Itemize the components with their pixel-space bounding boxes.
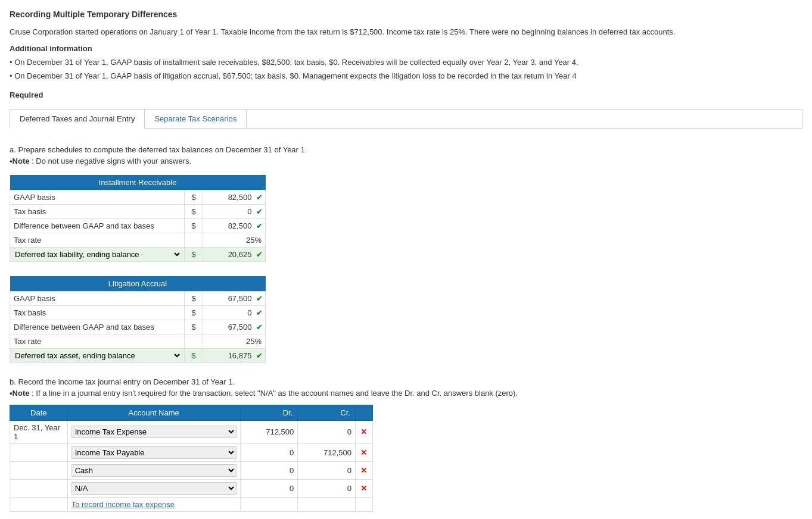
bullet-items: • On December 31 of Year 1, GAAP basis o… (10, 57, 802, 82)
remove-row-1-icon[interactable]: ✕ (360, 427, 367, 436)
tab-separate-tax[interactable]: Separate Tax Scenarios (145, 110, 247, 128)
row-value: 67,500 ✔ (203, 320, 266, 334)
row-label: Tax basis (10, 305, 185, 320)
tabs-container: Deferred Taxes and Journal Entry Separat… (10, 109, 802, 128)
cr-cell-2: 712,500 (298, 443, 356, 461)
dollar-sign-green: $ (184, 247, 203, 261)
journal-row-2: Income Tax Payable Income Tax Expense Ca… (10, 443, 373, 461)
row-label: Tax rate (10, 334, 185, 348)
account-cell-2[interactable]: Income Tax Payable Income Tax Expense Ca… (67, 443, 240, 461)
dollar-sign-green: $ (184, 348, 203, 362)
action-cell-2[interactable]: ✕ (355, 443, 372, 461)
row-value: 82,500 ✔ (203, 218, 266, 233)
table-row: GAAP basis $ 82,500 ✔ (10, 190, 266, 204)
dollar-sign: $ (184, 291, 203, 305)
litigation-header: Litigation Accrual (10, 276, 266, 292)
dollar-sign: $ (184, 204, 203, 218)
date-cell-1: Dec. 31, Year 1 (10, 420, 68, 443)
journal-table: Date Account Name Dr. Cr. Dec. 31, Year … (10, 405, 373, 512)
note-b-text: : If a line in a journal entry isn't req… (32, 389, 518, 398)
account-cell-3[interactable]: Cash Income Tax Expense Income Tax Payab… (67, 461, 240, 479)
description-date-cell (10, 497, 68, 511)
dollar-sign: $ (184, 320, 203, 334)
table-row: Tax rate 25% (10, 233, 266, 247)
deferred-asset-select[interactable]: Deferred tax asset, ending balance Defer… (13, 351, 182, 361)
action-header (355, 405, 372, 420)
table-row: Tax basis $ 0 ✔ (10, 204, 266, 218)
date-cell-2 (10, 443, 68, 461)
note-a: •Note : Do not use negative signs with y… (10, 157, 802, 165)
intro-text: Cruse Corporation started operations on … (10, 26, 802, 38)
row-value: 0 ✔ (203, 305, 266, 320)
remove-row-2-icon[interactable]: ✕ (360, 448, 367, 457)
check-icon: ✔ (256, 308, 263, 317)
journal-row-4: N/A Income Tax Expense Income Tax Payabl… (10, 479, 373, 497)
check-icon: ✔ (256, 221, 263, 230)
journal-row-3: Cash Income Tax Expense Income Tax Payab… (10, 461, 373, 479)
description-link[interactable]: To record income tax expense (71, 500, 175, 509)
check-icon: ✔ (256, 351, 263, 360)
row-label: Tax rate (10, 233, 185, 247)
instruction-a: a. Prepare schedules to compute the defe… (10, 145, 802, 154)
cr-cell-3: 0 (298, 461, 356, 479)
account-select-4[interactable]: N/A Income Tax Expense Income Tax Payabl… (71, 482, 237, 495)
bullet-item-1: • On December 31 of Year 1, GAAP basis o… (10, 57, 802, 68)
additional-info-title: Additional information (10, 44, 802, 53)
note-a-text: : Do not use negative signs with your an… (32, 157, 191, 165)
dropdown-label-cell[interactable]: Deferred tax liability, ending balance D… (10, 247, 185, 261)
note-bullet: •Note (10, 157, 29, 165)
table-row: GAAP basis $ 67,500 ✔ (10, 291, 266, 305)
account-cell-1[interactable]: Income Tax Expense Income Tax Payable Ca… (67, 420, 240, 443)
installment-table: Installment Receivable GAAP basis $ 82,5… (10, 175, 266, 262)
account-header: Account Name (67, 405, 240, 420)
description-text-cell[interactable]: To record income tax expense (67, 497, 240, 511)
tab-content: a. Prepare schedules to compute the defe… (10, 138, 802, 519)
date-cell-3 (10, 461, 68, 479)
description-action-cell (355, 497, 372, 511)
row-value: 67,500 ✔ (203, 291, 266, 305)
dollar-sign (184, 233, 203, 247)
row-label: Tax basis (10, 204, 185, 218)
check-icon: ✔ (256, 323, 263, 332)
remove-row-3-icon[interactable]: ✕ (360, 466, 367, 475)
dropdown-label-cell[interactable]: Deferred tax asset, ending balance Defer… (10, 348, 185, 362)
dollar-sign: $ (184, 305, 203, 320)
table-row: Difference between GAAP and tax bases $ … (10, 218, 266, 233)
action-cell-3[interactable]: ✕ (355, 461, 372, 479)
description-dr-cell (240, 497, 298, 511)
check-icon: ✔ (256, 193, 263, 202)
remove-row-4-icon[interactable]: ✕ (360, 484, 367, 493)
row-value: 16,875 ✔ (203, 348, 266, 362)
account-select-1[interactable]: Income Tax Expense Income Tax Payable Ca… (71, 426, 237, 438)
action-cell-4[interactable]: ✕ (355, 479, 372, 497)
account-cell-4[interactable]: N/A Income Tax Expense Income Tax Payabl… (67, 479, 240, 497)
tab-deferred-taxes[interactable]: Deferred Taxes and Journal Entry (10, 110, 145, 129)
row-value: 25% (203, 233, 266, 247)
cr-cell-4: 0 (298, 479, 356, 497)
note-b-bold: •Note (10, 389, 29, 398)
action-cell-1[interactable]: ✕ (355, 420, 372, 443)
row-label: Difference between GAAP and tax bases (10, 218, 185, 233)
dollar-sign: $ (184, 190, 203, 204)
date-cell-4 (10, 479, 68, 497)
check-icon: ✔ (256, 294, 263, 303)
dollar-sign: $ (184, 218, 203, 233)
row-label: GAAP basis (10, 190, 185, 204)
deferred-liability-row[interactable]: Deferred tax liability, ending balance D… (10, 247, 266, 261)
table-row: Difference between GAAP and tax bases $ … (10, 320, 266, 334)
dr-cell-3: 0 (240, 461, 298, 479)
row-label: Difference between GAAP and tax bases (10, 320, 185, 334)
row-label: GAAP basis (10, 291, 185, 305)
table-row: Tax rate 25% (10, 334, 266, 348)
dr-cell-4: 0 (240, 479, 298, 497)
dr-header: Dr. (240, 405, 298, 420)
litigation-table: Litigation Accrual GAAP basis $ 67,500 ✔… (10, 276, 266, 363)
account-select-3[interactable]: Cash Income Tax Expense Income Tax Payab… (71, 464, 237, 477)
account-select-2[interactable]: Income Tax Payable Income Tax Expense Ca… (71, 446, 237, 459)
deferred-asset-row[interactable]: Deferred tax asset, ending balance Defer… (10, 348, 266, 362)
check-icon: ✔ (256, 207, 263, 216)
note-b: •Note : If a line in a journal entry isn… (10, 389, 802, 398)
row-value: 0 ✔ (203, 204, 266, 218)
deferred-liability-select[interactable]: Deferred tax liability, ending balance D… (13, 249, 182, 260)
installment-header: Installment Receivable (10, 175, 266, 190)
